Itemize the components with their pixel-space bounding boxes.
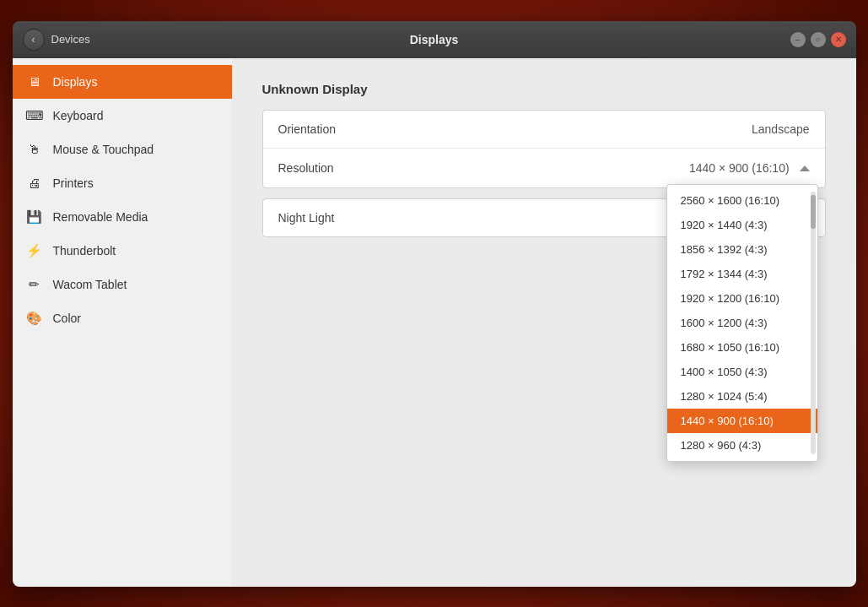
back-icon: ‹ <box>31 33 35 46</box>
minimize-button[interactable]: – <box>790 32 806 47</box>
titlebar-title: Displays <box>410 33 459 46</box>
dropdown-option-0[interactable]: 2560 × 1600 (16:10) <box>667 188 817 213</box>
displays-icon: 🖥 <box>26 73 43 90</box>
removable-icon: 💾 <box>26 209 43 225</box>
printers-icon: 🖨 <box>26 175 43 192</box>
sidebar-label-keyboard: Keyboard <box>53 109 104 122</box>
titlebar-left: ‹ Devices <box>23 29 242 51</box>
wacom-icon: ✏ <box>26 276 43 293</box>
resolution-row[interactable]: Resolution 1440 × 900 (16:10) 2560 × 160… <box>263 149 825 187</box>
thunderbolt-icon: ⚡ <box>26 242 43 259</box>
dropdown-option-9[interactable]: 1440 × 900 (16:10) <box>667 409 817 433</box>
dropdown-option-7[interactable]: 1400 × 1050 (4:3) <box>667 360 817 384</box>
dropdown-scrollbar[interactable] <box>811 192 816 454</box>
mouse-icon: 🖱 <box>26 141 43 158</box>
maximize-button[interactable]: ○ <box>811 32 826 47</box>
resolution-dropdown[interactable]: 2560 × 1600 (16:10)1920 × 1440 (4:3)1856… <box>666 184 818 462</box>
sidebar-item-keyboard[interactable]: ⌨ Keyboard <box>13 99 232 133</box>
night-light-label: Night Light <box>278 211 335 225</box>
window-controls: – ○ ✕ <box>790 32 846 47</box>
dropdown-option-5[interactable]: 1600 × 1200 (4:3) <box>667 311 817 335</box>
main-content: Unknown Display Orientation Landscape Re… <box>232 58 856 587</box>
sidebar-item-wacom[interactable]: ✏ Wacom Tablet <box>13 268 232 301</box>
dropdown-option-1[interactable]: 1920 × 1440 (4:3) <box>667 213 817 237</box>
maximize-icon: ○ <box>815 35 820 44</box>
section-title: Unknown Display <box>262 82 826 96</box>
main-window: ‹ Devices Displays – ○ ✕ 🖥 Displays ⌨ Ke… <box>13 21 856 587</box>
resolution-dropdown-anchor: 1440 × 900 (16:10) 2560 × 1600 (16:10)19… <box>689 160 810 176</box>
sidebar-label-removable: Removable Media <box>53 210 148 224</box>
resolution-value[interactable]: 1440 × 900 (16:10) <box>689 161 810 175</box>
dropdown-option-2[interactable]: 1856 × 1392 (4:3) <box>667 237 817 262</box>
caret-up-icon <box>800 165 810 171</box>
orientation-row: Orientation Landscape <box>263 111 825 149</box>
sidebar: 🖥 Displays ⌨ Keyboard 🖱 Mouse & Touchpad… <box>13 58 232 587</box>
dropdown-option-10[interactable]: 1280 × 960 (4:3) <box>667 433 817 458</box>
resolution-label: Resolution <box>278 161 334 175</box>
orientation-card: Orientation Landscape Resolution 1440 × … <box>262 110 826 188</box>
close-icon: ✕ <box>835 35 842 44</box>
color-icon: 🎨 <box>26 310 43 327</box>
minimize-icon: – <box>795 35 801 44</box>
sidebar-item-printers[interactable]: 🖨 Printers <box>13 166 232 200</box>
dropdown-option-8[interactable]: 1280 × 1024 (5:4) <box>667 384 817 409</box>
sidebar-item-removable[interactable]: 💾 Removable Media <box>13 200 232 234</box>
sidebar-label-wacom: Wacom Tablet <box>53 278 127 291</box>
sidebar-label-printers: Printers <box>53 176 94 190</box>
dropdown-option-6[interactable]: 1680 × 1050 (16:10) <box>667 335 817 360</box>
sidebar-items-list: 🖥 Displays ⌨ Keyboard 🖱 Mouse & Touchpad… <box>13 65 232 335</box>
keyboard-icon: ⌨ <box>26 107 43 124</box>
orientation-value: Landscape <box>752 122 810 136</box>
sidebar-item-displays[interactable]: 🖥 Displays <box>13 65 232 99</box>
orientation-label: Orientation <box>278 122 336 136</box>
sidebar-label-color: Color <box>53 312 81 325</box>
titlebar: ‹ Devices Displays – ○ ✕ <box>13 21 856 58</box>
close-button[interactable]: ✕ <box>831 32 846 47</box>
titlebar-section-label: Devices <box>51 33 90 46</box>
sidebar-label-thunderbolt: Thunderbolt <box>53 244 116 257</box>
sidebar-item-thunderbolt[interactable]: ⚡ Thunderbolt <box>13 234 232 268</box>
dropdown-option-4[interactable]: 1920 × 1200 (16:10) <box>667 286 817 311</box>
sidebar-item-mouse[interactable]: 🖱 Mouse & Touchpad <box>13 133 232 166</box>
scrollbar-thumb[interactable] <box>811 195 816 229</box>
dropdown-options-list: 2560 × 1600 (16:10)1920 × 1440 (4:3)1856… <box>667 188 817 458</box>
back-button[interactable]: ‹ <box>23 29 45 51</box>
sidebar-label-displays: Displays <box>53 75 98 89</box>
sidebar-item-color[interactable]: 🎨 Color <box>13 301 232 335</box>
sidebar-label-mouse: Mouse & Touchpad <box>53 143 154 156</box>
window-body: 🖥 Displays ⌨ Keyboard 🖱 Mouse & Touchpad… <box>13 58 856 587</box>
dropdown-option-3[interactable]: 1792 × 1344 (4:3) <box>667 262 817 286</box>
